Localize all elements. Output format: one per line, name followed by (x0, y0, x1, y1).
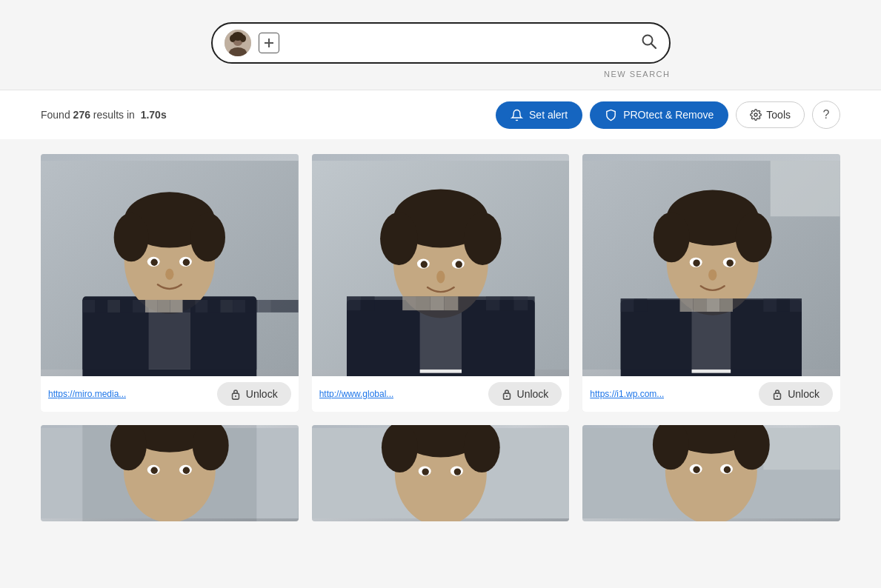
avatar-thumb (225, 30, 251, 56)
svg-rect-62 (444, 296, 458, 310)
svg-rect-25 (82, 300, 95, 313)
svg-rect-57 (347, 296, 361, 310)
image-placeholder (582, 154, 840, 376)
card-footer: https://i1.wp.com... Unlock (582, 376, 840, 412)
svg-point-121 (694, 467, 700, 473)
svg-point-50 (464, 213, 502, 265)
svg-rect-32 (170, 300, 183, 313)
svg-rect-60 (416, 296, 430, 310)
search-icon[interactable] (641, 33, 657, 53)
toolbar-actions: Set alert PROtect & Remove Tools ? (496, 101, 840, 129)
results-time: 1.70s (141, 109, 167, 121)
svg-point-112 (453, 468, 460, 475)
results-count: 276 (73, 109, 90, 121)
image-placeholder (41, 425, 299, 521)
lock-icon (772, 388, 782, 400)
svg-rect-87 (707, 298, 720, 312)
lock-icon (502, 388, 512, 400)
svg-rect-69 (771, 161, 840, 216)
svg-rect-40 (270, 300, 299, 313)
card-footer: https://miro.media... Unlock (41, 376, 299, 412)
svg-rect-85 (680, 298, 694, 312)
image-card: https://miro.media... Unlock (41, 154, 299, 412)
shield-icon (605, 109, 617, 121)
toolbar: Found 276 results in 1.70s Set alert PRO… (0, 90, 881, 139)
svg-point-81 (708, 270, 717, 281)
svg-rect-29 (133, 300, 145, 313)
svg-point-55 (436, 271, 445, 284)
svg-rect-64 (499, 296, 513, 310)
card-url[interactable]: https://miro.media... (48, 389, 126, 399)
svg-point-42 (235, 395, 236, 397)
svg-point-102 (150, 467, 157, 474)
svg-rect-61 (430, 296, 444, 310)
svg-line-9 (651, 44, 656, 48)
tools-button[interactable]: Tools (736, 101, 805, 128)
gear-icon (750, 109, 762, 121)
image-placeholder (312, 154, 570, 376)
unlock-label: Unlock (788, 388, 820, 400)
tools-label: Tools (766, 109, 791, 121)
svg-rect-90 (777, 298, 790, 312)
svg-point-4 (230, 35, 236, 42)
protect-remove-button[interactable]: PROtect & Remove (590, 101, 728, 129)
svg-point-23 (165, 269, 173, 280)
header: NEW SEARCH (0, 0, 881, 90)
svg-point-79 (694, 259, 700, 266)
svg-point-22 (183, 259, 190, 266)
image-placeholder (41, 154, 299, 376)
svg-point-80 (727, 259, 734, 266)
svg-point-10 (754, 113, 757, 116)
add-photo-button[interactable] (259, 33, 279, 53)
svg-rect-89 (764, 298, 777, 312)
svg-rect-114 (764, 428, 840, 470)
svg-rect-63 (486, 296, 500, 310)
image-card (312, 425, 570, 521)
svg-rect-35 (208, 300, 221, 313)
new-search-label: NEW SEARCH (604, 70, 671, 78)
image-card: http://www.global... Unlock (312, 154, 570, 412)
svg-rect-30 (145, 300, 158, 313)
svg-rect-65 (513, 296, 528, 310)
gallery: https://miro.media... Unlock (0, 139, 881, 536)
svg-rect-33 (183, 300, 196, 313)
unlock-button[interactable]: Unlock (759, 382, 833, 406)
svg-point-93 (777, 395, 778, 397)
image-card: https://i1.wp.com... Unlock (582, 154, 840, 412)
svg-rect-28 (120, 300, 133, 313)
unlock-button[interactable]: Unlock (488, 382, 562, 406)
svg-rect-84 (634, 298, 648, 312)
image-placeholder (582, 425, 840, 521)
svg-rect-31 (158, 300, 170, 313)
svg-point-67 (505, 395, 507, 397)
svg-rect-37 (233, 300, 245, 313)
image-placeholder (312, 425, 570, 521)
svg-rect-34 (196, 300, 208, 313)
protect-remove-label: PROtect & Remove (623, 109, 714, 121)
svg-rect-91 (790, 298, 802, 312)
svg-point-18 (190, 213, 225, 262)
card-url[interactable]: http://www.global... (319, 389, 394, 399)
svg-point-49 (380, 213, 418, 265)
results-text: Found 276 results in 1.70s (41, 109, 167, 121)
svg-rect-58 (360, 296, 374, 310)
unlock-button[interactable]: Unlock (217, 382, 291, 406)
svg-rect-26 (95, 300, 107, 313)
search-bar (211, 22, 671, 64)
help-icon: ? (823, 108, 830, 121)
svg-rect-88 (719, 298, 733, 312)
svg-point-5 (240, 35, 246, 42)
card-url[interactable]: https://i1.wp.com... (590, 389, 664, 399)
search-input[interactable] (287, 37, 634, 50)
image-card (41, 425, 299, 521)
svg-point-75 (654, 213, 690, 263)
help-button[interactable]: ? (812, 101, 840, 129)
svg-rect-86 (694, 298, 707, 312)
svg-rect-36 (220, 300, 233, 313)
svg-point-54 (455, 261, 462, 267)
svg-rect-59 (402, 296, 416, 310)
svg-point-111 (422, 468, 428, 475)
svg-rect-27 (107, 300, 120, 313)
unlock-label: Unlock (246, 388, 278, 400)
set-alert-button[interactable]: Set alert (496, 101, 582, 129)
